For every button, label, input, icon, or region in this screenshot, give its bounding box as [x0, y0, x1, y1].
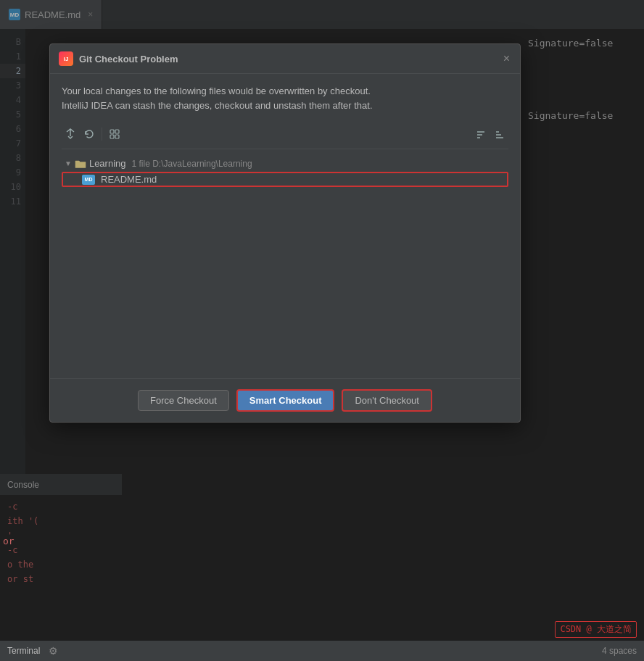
md-file-icon: MD — [82, 175, 95, 185]
dialog-body: Your local changes to the following file… — [50, 74, 520, 378]
dialog-title-bar: IJ Git Checkout Problem × — [50, 44, 520, 74]
dont-checkout-button[interactable]: Don't Checkout — [342, 389, 432, 412]
footer-spaces: 4 spaces — [602, 646, 637, 656]
folder-icon — [75, 159, 86, 169]
toolbar-separator-1 — [102, 128, 102, 141]
folder-chevron-icon: ▼ — [65, 159, 72, 167]
toolbar-sort-asc-button[interactable] — [472, 125, 490, 143]
file-tree: ▼ Learning 1 file D:\JavaLearning\Learni… — [62, 152, 508, 370]
toolbar-move-button[interactable] — [62, 125, 79, 143]
intellij-logo-icon: IJ — [59, 51, 73, 66]
tree-file-readme[interactable]: MD README.md — [62, 172, 508, 187]
dialog-message-line1: Your local changes to the following file… — [62, 84, 508, 99]
smart-checkout-button[interactable]: Smart Checkout — [236, 389, 335, 412]
tree-folder-learning[interactable]: ▼ Learning 1 file D:\JavaLearning\Learni… — [62, 155, 508, 172]
svg-rect-1 — [115, 130, 119, 133]
git-checkout-dialog: IJ Git Checkout Problem × Your local cha… — [49, 43, 521, 423]
folder-name: Learning — [89, 158, 126, 169]
svg-rect-3 — [115, 135, 119, 138]
dialog-toolbar — [62, 122, 508, 149]
file-name-readme: README.md — [101, 174, 157, 185]
folder-meta: 1 file D:\JavaLearning\Learning — [132, 159, 252, 169]
footer-bar: Terminal ⚙ 4 spaces — [0, 641, 644, 661]
console-or-text: or — [3, 536, 15, 546]
footer-terminal[interactable]: Terminal — [7, 646, 40, 656]
toolbar-right-group — [472, 125, 508, 143]
toolbar-sort-desc-button[interactable] — [491, 125, 508, 143]
dialog-close-button[interactable]: × — [503, 53, 510, 65]
force-checkout-button[interactable]: Force Checkout — [138, 390, 229, 411]
toolbar-group-button[interactable] — [106, 125, 123, 143]
svg-rect-0 — [110, 130, 114, 133]
dialog-message-line2: IntelliJ IDEA can stash the changes, che… — [62, 99, 508, 113]
footer-settings-icon[interactable]: ⚙ — [49, 645, 58, 657]
watermark: CSDN @ 大道之简 — [555, 621, 637, 638]
dialog-title: Git Checkout Problem — [79, 54, 498, 65]
toolbar-undo-button[interactable] — [80, 125, 98, 143]
svg-rect-2 — [110, 135, 114, 138]
dialog-message: Your local changes to the following file… — [62, 84, 508, 112]
dialog-footer: Force Checkout Smart Checkout Don't Chec… — [50, 378, 520, 422]
